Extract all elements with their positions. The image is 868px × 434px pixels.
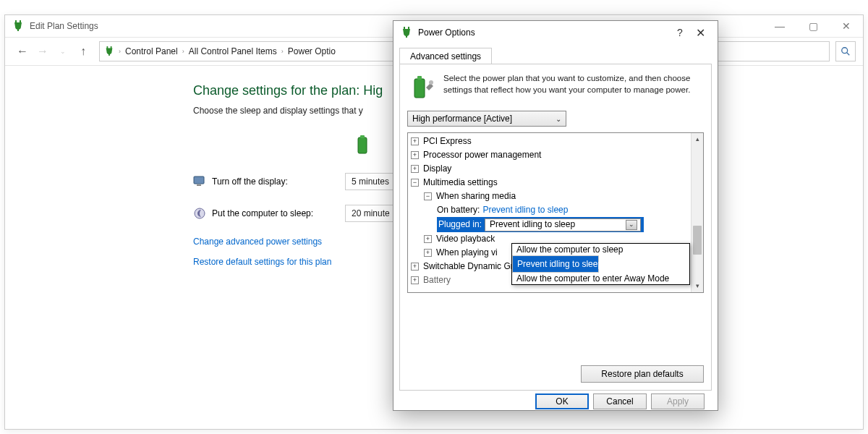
collapse-icon[interactable]: − [424, 192, 432, 200]
collapse-icon[interactable]: − [411, 179, 419, 187]
sleep-timeout-label: Put the computer to sleep: [212, 208, 313, 218]
scroll-down-icon[interactable]: ▾ [692, 280, 703, 292]
tree-node-pci-express[interactable]: +PCI Express [411, 135, 703, 148]
breadcrumb[interactable]: All Control Panel Items [189, 46, 277, 56]
back-button[interactable]: ← [14, 43, 31, 60]
power-plug-icon [12, 20, 24, 33]
on-battery-label: On battery: [437, 203, 480, 217]
svg-rect-7 [414, 79, 425, 98]
window-controls: — ▢ ✕ [763, 15, 863, 37]
svg-rect-2 [358, 137, 367, 153]
monitor-icon [193, 175, 206, 188]
cancel-button[interactable]: Cancel [593, 393, 647, 409]
plugged-in-select[interactable]: Prevent idling to sleep ⌄ [485, 218, 641, 231]
svg-rect-5 [197, 184, 201, 186]
dialog-body: Advanced settings Select the power plan … [393, 44, 718, 422]
svg-rect-8 [417, 76, 422, 80]
on-battery-value[interactable]: Prevent idling to sleep [482, 203, 568, 217]
scrollbar-thumb[interactable] [693, 226, 702, 255]
expand-icon[interactable]: + [411, 276, 419, 284]
intro-section: Select the power plan that you want to c… [407, 73, 704, 102]
plugged-in-label: Plugged in: [437, 218, 482, 231]
expand-icon[interactable]: + [411, 165, 419, 173]
chevron-right-icon: › [182, 48, 184, 55]
svg-point-0 [842, 48, 848, 54]
parent-window-title: Edit Plan Settings [30, 21, 98, 31]
tree-leaf-on-battery[interactable]: On battery: Prevent idling to sleep [411, 203, 703, 217]
svg-rect-4 [194, 176, 204, 184]
recent-dropdown-icon[interactable]: ⌄ [54, 43, 72, 60]
expand-icon[interactable]: + [411, 137, 419, 145]
battery-icon [351, 133, 374, 156]
option-allow-sleep[interactable]: Allow the computer to sleep [512, 244, 689, 255]
tab-advanced-settings[interactable]: Advanced settings [399, 48, 492, 64]
display-timeout-label: Turn off the display: [212, 176, 288, 187]
tree-leaf-plugged-in[interactable]: Plugged in: Prevent idling to sleep ⌄ [411, 217, 703, 232]
dialog-title: Power Options [418, 27, 670, 38]
power-options-dialog: Power Options ? ✕ Advanced settings Sele… [393, 20, 718, 411]
battery-wrench-icon [407, 73, 436, 102]
tree-node-display[interactable]: +Display [411, 162, 703, 176]
search-button[interactable] [835, 41, 856, 61]
svg-point-9 [429, 80, 433, 85]
power-plug-icon [104, 46, 114, 58]
option-away-mode[interactable]: Allow the computer to enter Away Mode [512, 273, 689, 284]
apply-button[interactable]: Apply [651, 393, 705, 409]
power-plan-select[interactable]: High performance [Active] ⌄ [407, 111, 566, 127]
maximize-button[interactable]: ▢ [796, 15, 830, 37]
expand-icon[interactable]: + [411, 263, 419, 271]
breadcrumb[interactable]: Power Optio [288, 46, 336, 56]
svg-rect-3 [360, 135, 365, 138]
power-plug-icon [401, 26, 412, 40]
chevron-right-icon: › [119, 48, 121, 55]
breadcrumb[interactable]: Control Panel [125, 46, 178, 56]
scroll-up-icon[interactable]: ▴ [692, 133, 703, 145]
plugged-in-dropdown-popup: Allow the computer to sleep Prevent idli… [511, 243, 690, 285]
minimize-button[interactable]: — [763, 15, 796, 37]
scrollbar[interactable]: ▴ ▾ [691, 133, 703, 292]
close-button[interactable]: ✕ [690, 26, 710, 40]
expand-icon[interactable]: + [424, 249, 432, 257]
svg-point-6 [195, 208, 205, 218]
moon-icon [193, 207, 206, 220]
dialog-button-row: OK Cancel Apply [399, 391, 712, 417]
forward-button[interactable]: → [34, 43, 51, 60]
close-button[interactable]: ✕ [830, 15, 863, 37]
chevron-right-icon: › [281, 48, 284, 55]
chevron-down-icon: ⌄ [556, 115, 561, 123]
expand-icon[interactable]: + [411, 151, 419, 159]
plugged-in-value: Prevent idling to sleep [490, 218, 575, 231]
tree-node-sharing-media[interactable]: −When sharing media [411, 190, 703, 203]
power-plan-value: High performance [Active] [412, 114, 512, 124]
tree-node-multimedia[interactable]: −Multimedia settings [411, 176, 703, 190]
dialog-titlebar: Power Options ? ✕ [393, 21, 718, 44]
intro-text: Select the power plan that you want to c… [443, 73, 704, 102]
svg-line-1 [847, 53, 850, 56]
ok-button[interactable]: OK [535, 393, 589, 409]
expand-icon[interactable]: + [424, 235, 432, 243]
restore-plan-defaults-button[interactable]: Restore plan defaults [581, 365, 704, 383]
chevron-down-icon: ⌄ [626, 220, 637, 230]
up-button[interactable]: ↑ [75, 43, 92, 60]
help-button[interactable]: ? [670, 27, 690, 38]
tab-panel: Select the power plan that you want to c… [399, 64, 712, 391]
option-prevent-idling[interactable]: Prevent idling to sleep [512, 255, 599, 273]
tree-node-processor[interactable]: +Processor power management [411, 148, 703, 162]
settings-tree[interactable]: ▴ ▾ +PCI Express +Processor power manage… [407, 132, 704, 293]
search-icon [841, 46, 851, 56]
